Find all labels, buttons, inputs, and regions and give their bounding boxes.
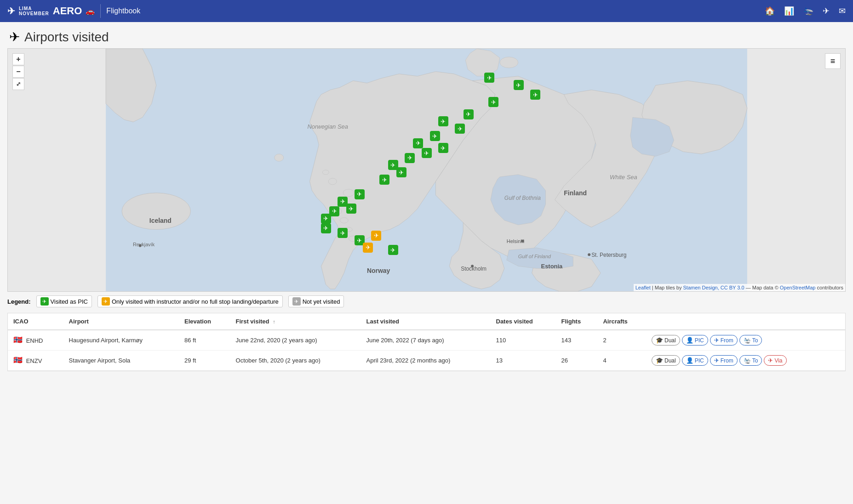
attribution-text-2: — Map data © <box>746 285 780 290</box>
to-button-2[interactable]: 🛬 To <box>739 355 762 366</box>
col-icao: ICAO <box>8 313 63 330</box>
to-label-2: To <box>752 357 758 364</box>
layers-button[interactable]: ≡ <box>825 53 841 69</box>
zoom-out-button[interactable]: − <box>12 66 24 78</box>
cell-airport-2: Stavanger Airport, Sola <box>63 351 179 371</box>
header-icons: 🏠 📊 🛬 ✈ ✉ <box>765 6 846 16</box>
svg-text:Norway: Norway <box>367 267 390 274</box>
cell-flights-1: 143 <box>556 330 598 351</box>
svg-text:Estonia: Estonia <box>541 263 563 270</box>
airport-marker-enhd[interactable]: ✈ <box>321 223 331 233</box>
leaflet-link[interactable]: Leaflet <box>635 285 651 290</box>
osm-link[interactable]: OpenStreetMap <box>780 285 816 290</box>
nav-flightbook[interactable]: Flightbook <box>106 7 140 15</box>
map-controls: + − ⤢ <box>12 53 24 90</box>
airport-marker-11[interactable]: ✈ <box>422 148 432 158</box>
legend-green-marker: ✈ <box>40 297 49 306</box>
legend-label: Legend: <box>7 298 31 305</box>
legend-pic-text: Visited as PIC <box>51 298 88 305</box>
airport-marker-5[interactable]: ✈ <box>464 109 474 119</box>
action-buttons-2: 🎓 Dual 👤 PIC ✈ From 🛬 <box>652 355 840 366</box>
airport-marker-16[interactable]: ✈ <box>355 189 365 199</box>
stamen-link[interactable]: Stamen Design, CC BY 3.0 <box>683 285 744 290</box>
airport-marker-yellow-2[interactable]: ✈ <box>363 243 373 253</box>
airport-marker-10[interactable]: ✈ <box>438 143 448 153</box>
airport-marker-14[interactable]: ✈ <box>396 167 406 177</box>
airports-table: ICAO Airport Elevation First visited ↑ L… <box>8 313 845 371</box>
airport-marker-yellow-1[interactable]: ✈ <box>371 231 381 241</box>
dual-label-1: Dual <box>664 337 676 344</box>
stats-icon[interactable]: 📊 <box>784 6 794 16</box>
legend-item-pic[interactable]: ✈ Visited as PIC <box>36 295 92 307</box>
col-dates-visited: Dates visited <box>491 313 556 330</box>
pic-button-1[interactable]: 👤 PIC <box>682 335 708 345</box>
airport-marker-6[interactable]: ✈ <box>438 116 448 126</box>
action-buttons-1: 🎓 Dual 👤 PIC ✈ From 🛬 <box>652 335 840 345</box>
airport-marker-3[interactable]: ✈ <box>530 90 540 100</box>
svg-text:Reykjavík: Reykjavík <box>133 242 155 247</box>
dual-button-1[interactable]: 🎓 Dual <box>652 335 680 345</box>
to-button-1[interactable]: 🛬 To <box>739 335 762 345</box>
from-button-2[interactable]: ✈ From <box>710 355 738 366</box>
col-first-visited[interactable]: First visited ↑ <box>230 313 361 330</box>
page-title-section: ✈ Airports visited <box>0 22 853 48</box>
logo[interactable]: ✈ LIMANOVEMBER AERO 🚗 <box>7 5 95 17</box>
svg-point-9 <box>328 178 337 185</box>
table-row: 🇳🇴 ENHD Haugesund Airport, Karmøy 86 ft … <box>8 330 845 351</box>
legend-item-not-visited[interactable]: ✈ Not yet visited <box>288 295 344 307</box>
col-aircrafts: Aircrafts <box>597 313 646 330</box>
from-button-1[interactable]: ✈ From <box>710 335 738 345</box>
map-container[interactable]: Norwegian Sea White Sea Gulf of Bothnia … <box>7 48 846 292</box>
airport-marker-2[interactable]: ✈ <box>514 80 524 90</box>
svg-text:Gulf of Finland: Gulf of Finland <box>518 254 551 259</box>
cell-elevation-1: 86 ft <box>179 330 230 351</box>
zoom-in-button[interactable]: + <box>12 53 24 65</box>
airport-marker-enbr[interactable]: ✈ <box>338 228 348 238</box>
col-actions <box>646 313 845 330</box>
envelope-icon[interactable]: ✉ <box>839 6 846 16</box>
legend-item-instructor[interactable]: ✈ Only visited with instructor and/or no… <box>97 295 283 307</box>
sort-icon: ↑ <box>273 319 275 324</box>
plane-landing-icon[interactable]: 🛬 <box>803 6 813 16</box>
logo-icon: ✈ <box>7 6 15 17</box>
to-icon-2: 🛬 <box>744 357 751 364</box>
flag-norway-2: 🇳🇴 <box>13 357 23 363</box>
map-attribution: Leaflet | Map tiles by Stamen Design, CC… <box>634 284 845 291</box>
dual-button-2[interactable]: 🎓 Dual <box>652 355 680 366</box>
dual-icon-1: 🎓 <box>656 337 663 344</box>
svg-point-27 <box>588 253 590 256</box>
airport-marker-8[interactable]: ✈ <box>430 131 440 141</box>
airport-marker-4[interactable]: ✈ <box>488 97 498 107</box>
cell-last-visited-2: April 23rd, 2022 (2 months ago) <box>361 351 491 371</box>
via-button-2[interactable]: ✈ Via <box>764 355 786 366</box>
svg-text:Stockholm: Stockholm <box>461 266 487 272</box>
to-label-1: To <box>752 337 758 344</box>
icao-code-1: ENHD <box>26 337 43 344</box>
from-label-2: From <box>721 357 733 364</box>
logo-car-icon: 🚗 <box>86 7 95 16</box>
cell-flights-2: 26 <box>556 351 598 371</box>
svg-text:Finland: Finland <box>564 189 587 197</box>
airport-marker-7[interactable]: ✈ <box>455 124 465 134</box>
cell-actions-1: 🎓 Dual 👤 PIC ✈ From 🛬 <box>646 330 845 351</box>
home-icon[interactable]: 🏠 <box>765 6 775 16</box>
airport-marker-18[interactable]: ✈ <box>346 204 356 214</box>
airport-marker-oslo[interactable]: ✈ <box>388 245 398 255</box>
pic-button-2[interactable]: 👤 PIC <box>682 355 708 366</box>
svg-text:St. Petersburg: St. Petersburg <box>591 252 626 258</box>
fullscreen-button[interactable]: ⤢ <box>12 78 24 90</box>
airport-marker-1[interactable]: ✈ <box>484 73 494 83</box>
legend-gray-marker: ✈ <box>292 297 301 306</box>
svg-point-10 <box>322 170 329 175</box>
plane-icon[interactable]: ✈ <box>823 6 830 16</box>
svg-text:Gulf of Bothnia: Gulf of Bothnia <box>504 195 541 201</box>
from-icon-2: ✈ <box>714 357 719 364</box>
airport-marker-15[interactable]: ✈ <box>379 175 389 185</box>
airport-marker-9[interactable]: ✈ <box>413 138 423 148</box>
cell-elevation-2: 29 ft <box>179 351 230 371</box>
airport-marker-12[interactable]: ✈ <box>405 153 415 163</box>
page-title: Airports visited <box>24 30 109 45</box>
airport-marker-20[interactable]: ✈ <box>321 214 331 224</box>
to-icon-1: 🛬 <box>744 337 751 344</box>
svg-point-3 <box>343 189 354 197</box>
